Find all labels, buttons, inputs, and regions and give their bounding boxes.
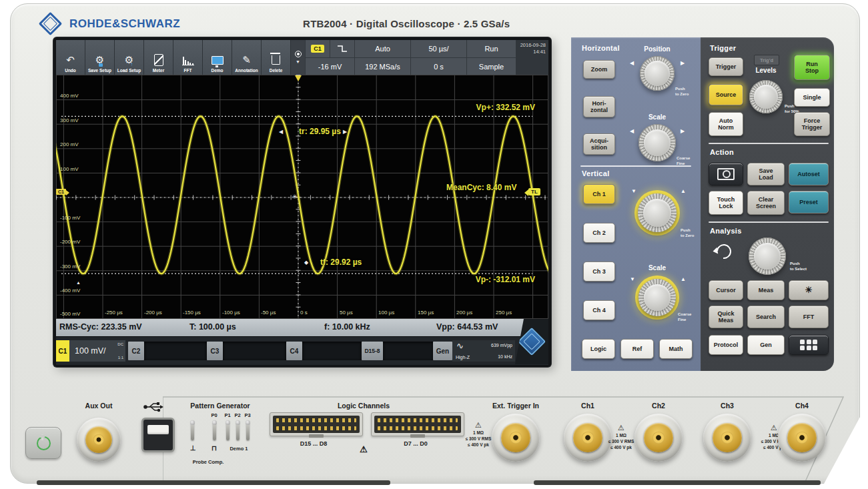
channel4-button[interactable]: Ch 4 — [583, 300, 615, 320]
channel3-button[interactable]: Ch 3 — [583, 262, 615, 282]
auto-norm-button[interactable]: Auto Norm — [709, 112, 743, 136]
warning-icon: ⚠ — [771, 424, 777, 432]
aux-out-connector[interactable] — [77, 418, 121, 462]
p3-pin[interactable] — [246, 420, 250, 440]
trigger-source-button[interactable]: Source — [709, 84, 743, 105]
load-setup-button[interactable]: ⚙↑ Load Setup — [115, 40, 144, 75]
trigger-point-marker-icon: ✳ — [292, 193, 298, 200]
autoset-button[interactable]: Autoset — [789, 163, 829, 185]
vertical-scale-knob[interactable] — [638, 279, 676, 316]
save-setup-button[interactable]: ⚙ Save Setup — [85, 40, 115, 75]
trigger-level-knob[interactable] — [749, 80, 783, 113]
undo-button[interactable]: ↶ Undo — [56, 40, 85, 75]
delete-button[interactable]: Delete — [262, 40, 291, 75]
trigger-position-marker[interactable] — [295, 75, 302, 81]
fft-icon — [182, 52, 194, 68]
channel4-slot[interactable] — [302, 342, 362, 360]
preset-button[interactable]: Preset — [789, 191, 829, 213]
force-trigger-button[interactable]: Force Trigger — [794, 112, 830, 136]
annotation-button[interactable]: ✎ Annotation — [232, 40, 262, 75]
x-axis-label: 100 µs — [378, 310, 394, 316]
channel3-tab[interactable]: C3 — [207, 342, 223, 360]
settings-dot-icon — [295, 51, 302, 57]
horizontal-position-knob[interactable] — [640, 56, 675, 91]
channel2-tab[interactable]: C2 — [128, 342, 144, 360]
navigation-knob[interactable] — [749, 237, 786, 275]
timebase-cell[interactable]: 50 µs/ — [410, 40, 466, 57]
channel3-slot[interactable] — [223, 342, 286, 360]
ch4-label: Ch4 — [795, 402, 809, 410]
rise-marker-left-icon: ◀ — [279, 129, 283, 135]
digital-channels-slot[interactable] — [383, 342, 433, 360]
logic-button[interactable]: Logic — [582, 339, 615, 359]
clear-screen-button[interactable]: Clear Screen — [747, 191, 785, 215]
channel1-scale: 100 mV/ — [69, 346, 106, 356]
p0-pin[interactable] — [213, 420, 216, 440]
ext-trigger-connector[interactable] — [492, 414, 540, 462]
apps-button[interactable] — [789, 335, 829, 355]
power-button[interactable] — [25, 427, 61, 459]
trigger-menu-button[interactable]: Trigger — [709, 57, 743, 76]
trigger-slope-cell[interactable] — [330, 40, 354, 57]
display-settings-button[interactable]: ▼ — [291, 40, 305, 75]
touch-lock-button[interactable]: Touch Lock — [709, 191, 743, 215]
p2-pin[interactable] — [236, 420, 240, 440]
x-axis-label: 150 µs — [418, 310, 434, 316]
horizontal-button[interactable]: Hori- zontal — [583, 96, 615, 117]
demo-button[interactable]: Demo — [203, 40, 232, 75]
usb-port[interactable] — [141, 418, 175, 452]
digital-channels-tab[interactable]: D15-8 — [362, 342, 383, 360]
logic-connector-d15-d8[interactable] — [270, 412, 363, 436]
generator-info-cell[interactable]: ∿ High-Z 639 mVpp 10 kHz — [452, 340, 515, 362]
trigger-level-marker[interactable]: TL — [528, 188, 540, 195]
fft-panel-button[interactable]: FFT — [789, 306, 829, 328]
waveform-area[interactable]: 400 mV 300 mV 200 mV 100 mV 0 V -100 mV … — [56, 75, 548, 319]
trigger-level-cell[interactable]: -16 mV — [305, 57, 354, 75]
search-button[interactable]: Search — [747, 306, 785, 328]
save-load-button[interactable]: Save Load — [747, 163, 785, 185]
meter-button[interactable]: Meter — [144, 40, 173, 75]
x-axis-label: 50 µs — [340, 310, 353, 316]
trigger-source-cell[interactable]: C1 — [305, 40, 330, 57]
meas-button[interactable]: Meas — [747, 280, 785, 300]
measurement-vpp: Vpp: 644.53 mV — [436, 322, 498, 332]
acquisition-button[interactable]: Acqui- sition — [583, 133, 615, 155]
ground-pin[interactable] — [191, 420, 194, 440]
p1-label: P1 — [224, 412, 230, 418]
ch4-connector[interactable] — [778, 414, 826, 462]
ref-button[interactable]: Ref — [620, 339, 654, 359]
rise-time-annotation: tr: 29.95 µs — [299, 127, 341, 136]
display-screen[interactable]: ↶ Undo ⚙ Save Setup ⚙↑ Load Setup Meter — [53, 37, 551, 367]
channel1-scale-cell[interactable]: 100 mV/ DC 1:1 — [69, 340, 125, 362]
channel1-tab[interactable]: C1 — [56, 340, 69, 362]
channel2-button[interactable]: Ch 2 — [583, 223, 615, 243]
generator-tab[interactable]: Gen — [433, 342, 452, 360]
single-button[interactable]: Single — [794, 88, 830, 107]
intensity-button[interactable]: ☀ — [789, 280, 829, 300]
channel2-slot[interactable] — [144, 342, 207, 360]
fft-button[interactable]: FFT — [173, 40, 203, 75]
acquisition-mode-cell[interactable]: Sample — [466, 57, 516, 75]
screenshot-button[interactable] — [709, 163, 743, 185]
horizontal-position-cell[interactable]: 0 s — [410, 57, 466, 75]
logic-connector-d7-d0[interactable] — [371, 412, 464, 436]
trigger-mode-cell[interactable]: Auto — [354, 40, 410, 57]
vertical-offset-knob[interactable] — [638, 193, 677, 232]
ch3-connector[interactable] — [703, 414, 751, 462]
math-button[interactable]: Math — [659, 339, 693, 359]
protocol-button[interactable]: Protocol — [709, 335, 743, 355]
channel1-button[interactable]: Ch 1 — [583, 184, 615, 204]
sample-rate-cell[interactable]: 192 MSa/s — [354, 57, 410, 75]
gen-button[interactable]: Gen — [747, 335, 785, 355]
run-state-cell[interactable]: Run — [466, 40, 516, 57]
zoom-button[interactable]: Zoom — [583, 60, 615, 79]
quick-meas-button[interactable]: Quick Meas — [709, 306, 743, 328]
channel1-level-marker[interactable]: C1 — [56, 189, 66, 195]
ch2-connector[interactable] — [634, 414, 683, 462]
p1-pin[interactable] — [226, 420, 230, 440]
cursor-button[interactable]: Cursor — [709, 280, 743, 300]
y-axis-label: 200 mV — [60, 141, 79, 147]
channel4-tab[interactable]: C4 — [286, 342, 302, 360]
run-stop-button[interactable]: Run Stop — [794, 55, 830, 80]
horizontal-scale-knob[interactable] — [638, 124, 676, 161]
